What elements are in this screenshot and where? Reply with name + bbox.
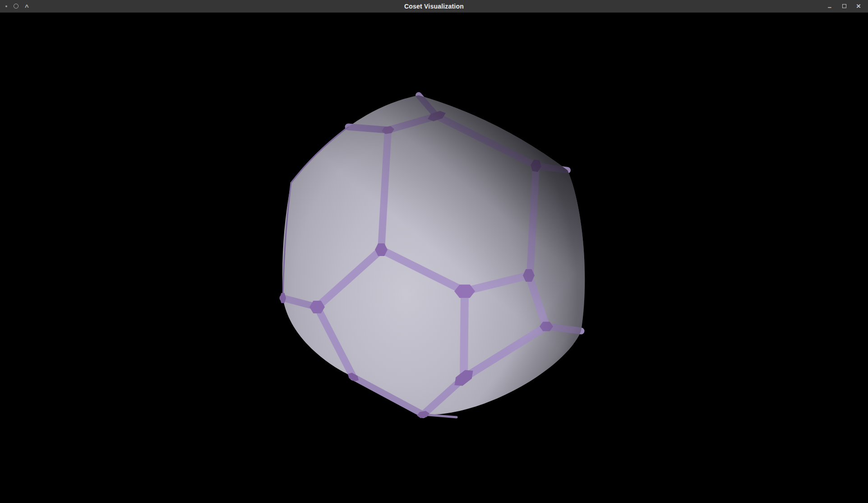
edge-EH (464, 291, 465, 378)
close-button[interactable]: × (854, 1, 863, 11)
edge-NA (348, 127, 388, 130)
viewport-3d[interactable] (0, 0, 868, 503)
circle-icon[interactable] (14, 4, 18, 9)
window-title: Coset Visualization (0, 3, 868, 10)
chevron-up-icon[interactable]: ^ (25, 5, 29, 9)
titlebar[interactable]: ^ Coset Visualization – × (0, 0, 868, 13)
dot-icon[interactable] (5, 5, 7, 7)
maximize-icon (842, 4, 846, 8)
polyhedron-canvas (0, 0, 868, 503)
window-controls: – × (825, 0, 868, 12)
titlebar-left-icons: ^ (0, 0, 29, 12)
maximize-button[interactable] (839, 1, 849, 11)
app-window: { "window": { "title": "Coset Visualizat… (0, 0, 868, 503)
minimize-button[interactable]: – (825, 2, 835, 12)
